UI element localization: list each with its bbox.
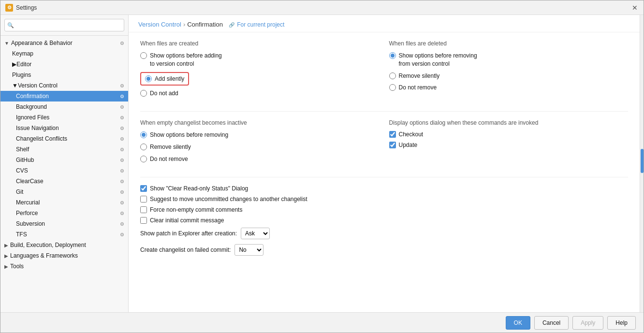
- sidebar-item-mercurial[interactable]: Mercurial ⚙: [0, 197, 128, 208]
- expand-icon-tools: ▶: [4, 264, 8, 269]
- expand-icon-lang: ▶: [4, 253, 8, 259]
- breadcrumb-root[interactable]: Version Control: [138, 21, 181, 28]
- sidebar-item-editor[interactable]: ▶ Editor: [0, 59, 128, 70]
- checkbox-clear-initial-input[interactable]: [140, 217, 147, 224]
- checkbox-update-input[interactable]: [389, 142, 396, 148]
- nav-tree: ▼ Appearance & Behavior ⚙ Keymap ▶ Edito…: [0, 36, 128, 312]
- sidebar-item-github[interactable]: GitHub ⚙: [0, 155, 128, 165]
- empty-changelist-section: When empty changelist becomes inactive S…: [140, 119, 380, 167]
- radio-do-not-remove[interactable]: Do not remove: [389, 84, 629, 92]
- expand-icon: ▼: [4, 41, 9, 46]
- search-box: 🔍: [0, 15, 128, 36]
- extra-checkboxes-section: Show "Clear Read-only Status" Dialog Sug…: [140, 185, 628, 224]
- radio-do-not-add[interactable]: Do not add: [140, 89, 380, 98]
- sidebar-item-build[interactable]: ▶ Build, Execution, Deployment: [0, 240, 128, 250]
- sidebar-item-version-control[interactable]: ▼ Version Control ⚙: [0, 80, 128, 91]
- sidebar-item-issue-navigation[interactable]: Issue Navigation ⚙: [0, 123, 128, 133]
- radio-show-options-add-input[interactable]: [140, 52, 147, 59]
- patch-dropdown[interactable]: Ask Yes No: [241, 228, 270, 239]
- search-input[interactable]: [4, 19, 124, 31]
- radio-do-not-remove-2-input[interactable]: [140, 156, 147, 162]
- sidebar-item-changelist-conflicts[interactable]: Changelist Conflicts ⚙: [0, 133, 128, 144]
- project-icon: 🔗: [229, 22, 234, 28]
- files-created-title: When files are created: [140, 40, 380, 47]
- checkbox-show-clear-readonly-input[interactable]: [140, 185, 147, 192]
- changelist-label: Create changelist on failed commit:: [140, 246, 231, 253]
- checkbox-suggest-move-input[interactable]: [140, 196, 147, 203]
- radio-show-options-remove[interactable]: Show options before removingfrom version…: [389, 52, 629, 68]
- sidebar-item-appearance[interactable]: ▼ Appearance & Behavior ⚙: [0, 38, 128, 48]
- sidebar-item-tfs[interactable]: TFS ⚙: [0, 229, 128, 240]
- patch-row: Show patch in Explorer after creation: A…: [140, 228, 628, 239]
- radio-show-options-removing[interactable]: Show options before removing: [140, 131, 380, 139]
- sidebar-item-background[interactable]: Background ⚙: [0, 101, 128, 112]
- checkbox-suggest-move[interactable]: Suggest to move uncommitted changes to a…: [140, 196, 628, 203]
- breadcrumb-project[interactable]: 🔗 For current project: [229, 21, 284, 28]
- conf-page-icon: ⚙: [120, 94, 124, 99]
- git-page-icon: ⚙: [120, 189, 124, 195]
- expand-icon-editor: ▶: [12, 61, 16, 68]
- cancel-button[interactable]: Cancel: [534, 316, 569, 330]
- tfs-page-icon: ⚙: [120, 232, 124, 237]
- sidebar-item-perforce[interactable]: Perforce ⚙: [0, 208, 128, 218]
- two-column-section: When files are created Show options befo…: [140, 40, 628, 101]
- breadcrumb: Version Control › Confirmation 🔗 For cur…: [129, 15, 640, 32]
- settings-window: ⚙ Settings ✕ 🔍 ▼ Appearance & Behavior ⚙: [0, 0, 644, 333]
- sidebar-item-clearcase[interactable]: ClearCase ⚙: [0, 176, 128, 187]
- expand-icon-vc: ▼: [12, 82, 18, 89]
- section-divider-2: [140, 177, 628, 177]
- sidebar-item-ignored-files[interactable]: Ignored Files ⚙: [0, 112, 128, 123]
- window-title: Settings: [16, 4, 37, 11]
- radio-show-options-remove-input[interactable]: [389, 52, 396, 59]
- right-scrollbar[interactable]: [640, 15, 644, 312]
- checkbox-checkout-input[interactable]: [389, 131, 396, 138]
- settings-panel: When files are created Show options befo…: [129, 32, 640, 312]
- expand-icon-build: ▶: [4, 243, 8, 248]
- sidebar-item-tools[interactable]: ▶ Tools: [0, 261, 128, 272]
- radio-do-not-add-input[interactable]: [140, 90, 147, 97]
- empty-changelist-title: When empty changelist becomes inactive: [140, 119, 380, 126]
- main-content: Version Control › Confirmation 🔗 For cur…: [129, 15, 640, 312]
- app-icon: ⚙: [5, 4, 13, 12]
- apply-button[interactable]: Apply: [572, 316, 603, 330]
- hg-page-icon: ⚙: [120, 200, 124, 205]
- cvs-page-icon: ⚙: [120, 168, 124, 174]
- radio-remove-silently-2-input[interactable]: [140, 144, 147, 150]
- if-page-icon: ⚙: [120, 115, 124, 120]
- radio-remove-silently-2[interactable]: Remove silently: [140, 143, 380, 151]
- sidebar-item-confirmation[interactable]: Confirmation ⚙: [0, 91, 128, 101]
- bottom-bar: OK Cancel Apply Help: [0, 312, 644, 333]
- add-silently-highlight-box: Add silently: [140, 72, 189, 86]
- sidebar-item-shelf[interactable]: Shelf ⚙: [0, 144, 128, 155]
- checkbox-clear-initial[interactable]: Clear initial commit message: [140, 217, 628, 224]
- sidebar-item-plugins[interactable]: Plugins: [0, 70, 128, 80]
- cc2-page-icon: ⚙: [120, 179, 124, 184]
- display-options-title: Display options dialog when these comman…: [389, 119, 629, 126]
- checkbox-force-nonempty[interactable]: Force non-empty commit comments: [140, 206, 628, 213]
- changelist-dropdown[interactable]: No Yes Ask: [234, 244, 263, 256]
- sidebar-item-keymap[interactable]: Keymap: [0, 48, 128, 59]
- radio-remove-silently-input[interactable]: [389, 72, 396, 79]
- changelist-row: Create changelist on failed commit: No Y…: [140, 244, 628, 256]
- radio-add-silently-input[interactable]: [145, 75, 152, 82]
- checkbox-show-clear-readonly[interactable]: Show "Clear Read-only Status" Dialog: [140, 185, 628, 192]
- scroll-thumb: [641, 149, 644, 173]
- close-button[interactable]: ✕: [631, 4, 639, 12]
- ok-button[interactable]: OK: [506, 316, 530, 330]
- sidebar-item-languages[interactable]: ▶ Languages & Frameworks: [0, 250, 128, 261]
- radio-do-not-remove-2[interactable]: Do not remove: [140, 155, 380, 163]
- settings-page-icon: ⚙: [120, 41, 124, 46]
- sidebar-item-subversion[interactable]: Subversion ⚙: [0, 218, 128, 229]
- help-button[interactable]: Help: [607, 316, 636, 330]
- radio-show-options-removing-input[interactable]: [140, 131, 147, 138]
- sidebar-item-git[interactable]: Git ⚙: [0, 187, 128, 197]
- breadcrumb-current: Confirmation: [187, 21, 223, 28]
- checkbox-update[interactable]: Update: [389, 142, 629, 148]
- checkbox-force-nonempty-input[interactable]: [140, 206, 147, 213]
- radio-show-options-add[interactable]: Show options before addingto version con…: [140, 52, 380, 68]
- radio-do-not-remove-input[interactable]: [389, 84, 396, 91]
- radio-remove-silently[interactable]: Remove silently: [389, 72, 629, 80]
- svn-page-icon: ⚙: [120, 221, 124, 227]
- sidebar-item-cvs[interactable]: CVS ⚙: [0, 165, 128, 176]
- checkbox-checkout[interactable]: Checkout: [389, 131, 629, 138]
